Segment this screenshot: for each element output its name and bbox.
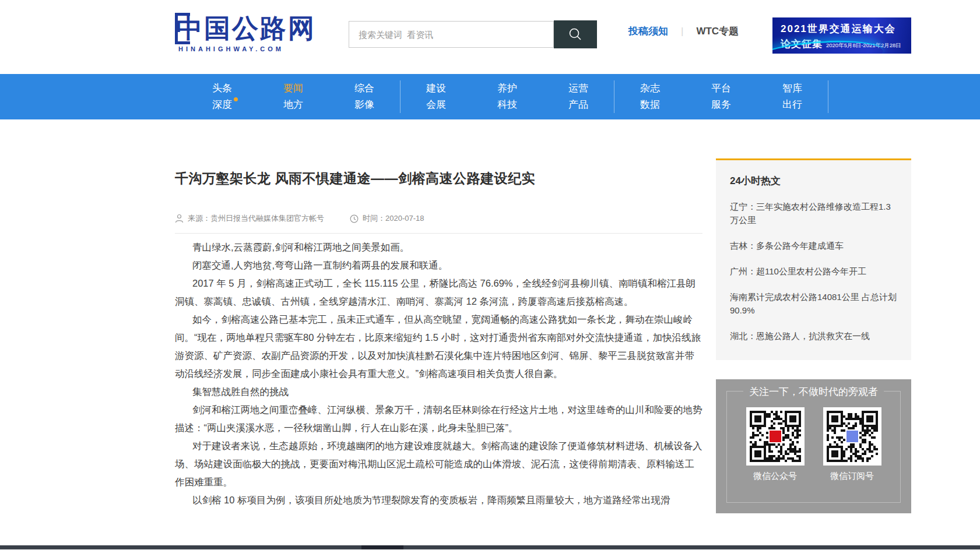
nav-item-images[interactable]: 影像 (329, 98, 400, 111)
wechat-follow-panel: 关注一下，不做时代的旁观者 微信公众号 (716, 379, 911, 513)
logo-text: 中国公路网 (176, 14, 316, 43)
qr-cell-subscription: 微信订阅号 (823, 407, 881, 482)
nav-col-platform: 平台 服务 (686, 80, 757, 113)
link-separator: | (681, 26, 683, 37)
article-paragraph: 青山绿水,云蒸霞蔚,剑河和榕江两地之间美景如画。 (175, 238, 702, 256)
article-paragraph: 集智慧战胜自然的挑战 (175, 383, 702, 401)
scrollbar-thumb[interactable] (361, 545, 403, 549)
wtc-topic-link[interactable]: WTC专题 (696, 24, 739, 38)
search-button[interactable] (554, 20, 597, 48)
search-bar (349, 21, 597, 48)
nav-item-thinktank[interactable]: 智库 (757, 82, 828, 95)
article-paragraph: 以剑榕 10 标项目为例，该项目所处地质为节理裂隙发育的变质板岩，降雨频繁且雨量… (175, 491, 702, 509)
ad-banner-subtitle-row: 论文征集 2020年5月8日-2021年2月28日 (781, 37, 911, 51)
qr-center-logo-red (768, 429, 782, 443)
article-time-text: 时间：2020-07-18 (363, 213, 424, 224)
nav-item-exhibition[interactable]: 会展 (401, 98, 472, 111)
nav-item-maintenance[interactable]: 养护 (472, 82, 543, 95)
nav-item-general[interactable]: 综合 (329, 82, 400, 95)
nav-item-indepth[interactable]: 深度 (187, 98, 258, 111)
nav-item-data[interactable]: 数据 (614, 98, 686, 111)
nav-col-thinktank: 智库 出行 (757, 80, 828, 113)
nav-item-platform[interactable]: 平台 (686, 82, 757, 95)
nav-item-operation[interactable]: 运营 (543, 82, 614, 95)
wechat-official-qr-code (746, 407, 805, 466)
hot-article-link[interactable]: 湖北：恩施公路人，抗洪救灾在一线 (730, 329, 897, 343)
nav-group-platform: 杂志 数据 平台 服务 智库 出行 (614, 80, 828, 113)
site-logo[interactable]: 中国公路网 HINAHIGHWAY.COM (175, 13, 316, 52)
nav-col-topnews: 要闻 地方 (258, 80, 329, 113)
article-time: 时间：2020-07-18 (350, 213, 424, 224)
article-divider (175, 233, 702, 234)
article-paragraph: 2017 年 5 月，剑榕高速正式动工，全长 115.115 公里，桥隧比高达 … (175, 274, 702, 311)
nav-col-magazine: 杂志 数据 (614, 80, 686, 113)
nav-item-service[interactable]: 服务 (686, 98, 757, 111)
hot-articles-title: 24小时热文 (730, 174, 897, 188)
wechat-subscription-qr-code (823, 407, 881, 466)
horizontal-scrollbar[interactable] (0, 545, 980, 549)
nav-col-general: 综合 影像 (329, 80, 400, 113)
search-input[interactable] (349, 21, 554, 48)
hot-articles-panel: 24小时热文 辽宁：三年实施农村公路维修改造工程1.3万公里 吉林：多条公路今年… (716, 158, 911, 360)
header-links: 投稿须知 | WTC专题 (628, 24, 739, 38)
article-title: 千沟万壑架长龙 风雨不惧建通途——剑榕高速公路建设纪实 (175, 119, 702, 188)
new-indicator-dot (234, 97, 238, 101)
search-icon (568, 27, 583, 42)
ad-banner-date: 2020年5月8日-2021年2月28日 (826, 42, 901, 50)
article-paragraph: 对于建设者来说，生态越原始，环境越幽闭的地方建设难度就越大。剑榕高速的建设除了便… (175, 437, 702, 491)
page: 中国公路网 HINAHIGHWAY.COM 投稿须知 | (0, 0, 980, 550)
wtc-ad-banner[interactable]: 2021世界交通运输大会 论文征集 2020年5月8日-2021年2月28日 (772, 17, 911, 54)
qr-center-logo-blue (845, 429, 859, 443)
article-paragraph: 剑河和榕江两地之间重峦叠嶂、江河纵横、景象万千，清朝名臣林则徐在行经这片土地，对… (175, 401, 702, 437)
logo-domain-text: HINAHIGHWAY.COM (178, 45, 316, 52)
main-navbar: 头条 深度 要闻 地方 综合 影像 建设 会展 养护 (0, 74, 980, 119)
ad-banner-title: 2021世界交通运输大会 (781, 22, 911, 36)
article-body: 青山绿水,云蒸霞蔚,剑河和榕江两地之间美景如画。 闭塞交通,人穷地贫,弯弯山路一… (175, 238, 702, 509)
qr-code-row: 微信公众号 微信订阅号 (716, 407, 911, 482)
header-inner: 中国公路网 HINAHIGHWAY.COM 投稿须知 | (175, 0, 911, 74)
site-header: 中国公路网 HINAHIGHWAY.COM 投稿须知 | (0, 0, 980, 74)
hot-article-link[interactable]: 辽宁：三年实施农村公路维修改造工程1.3万公里 (730, 200, 897, 227)
nav-item-products[interactable]: 产品 (543, 98, 614, 111)
sidebar: 24小时热文 辽宁：三年实施农村公路维修改造工程1.3万公里 吉林：多条公路今年… (716, 158, 911, 513)
nav-col-maintenance: 养护 科技 (472, 80, 543, 113)
hot-article-link[interactable]: 海南累计完成农村公路14081公里 占总计划90.9% (730, 290, 897, 317)
nav-menu: 头条 深度 要闻 地方 综合 影像 建设 会展 养护 (187, 80, 828, 113)
qr-label-official: 微信公众号 (746, 471, 805, 482)
clock-icon (350, 214, 359, 223)
nav-col-headlines: 头条 深度 (187, 80, 258, 113)
hot-article-link[interactable]: 广州：超110公里农村公路今年开工 (730, 265, 897, 278)
follow-panel-title: 关注一下，不做时代的旁观者 (716, 385, 911, 399)
nav-item-construction[interactable]: 建设 (401, 82, 472, 95)
user-icon (175, 214, 184, 223)
nav-group-industry: 建设 会展 养护 科技 运营 产品 (401, 80, 614, 113)
nav-item-local[interactable]: 地方 (258, 98, 329, 111)
qr-label-subscription: 微信订阅号 (823, 471, 881, 482)
article-paragraph: 闭塞交通,人穷地贫,弯弯山路一直制约着两县的发展和联通。 (175, 256, 702, 274)
article-meta: 来源：贵州日报当代融媒体集团官方帐号 时间：2020-07-18 (175, 213, 702, 224)
nav-item-topnews-active[interactable]: 要闻 (258, 82, 329, 95)
nav-col-operation: 运营 产品 (543, 80, 614, 113)
article: 千沟万壑架长龙 风雨不惧建通途——剑榕高速公路建设纪实 来源：贵州日报当代融媒体… (175, 119, 702, 509)
hot-article-link[interactable]: 吉林：多条公路今年建成通车 (730, 239, 897, 252)
qr-cell-official: 微信公众号 (746, 407, 805, 482)
nav-item-technology[interactable]: 科技 (472, 98, 543, 111)
logo-row: 中国公路网 (175, 13, 316, 44)
article-source: 来源：贵州日报当代融媒体集团官方帐号 (175, 213, 324, 224)
ad-banner-subtitle: 论文征集 (781, 37, 823, 51)
nav-group-news: 头条 深度 要闻 地方 综合 影像 (187, 80, 401, 113)
nav-item-travel[interactable]: 出行 (757, 98, 828, 111)
submission-guide-link[interactable]: 投稿须知 (628, 24, 668, 38)
article-source-text: 来源：贵州日报当代融媒体集团官方帐号 (188, 213, 324, 224)
nav-item-headlines[interactable]: 头条 (187, 82, 258, 95)
nav-col-construction: 建设 会展 (401, 80, 472, 113)
nav-item-magazine[interactable]: 杂志 (614, 82, 686, 95)
article-paragraph: 如今，剑榕高速公路已基本完工，虽未正式通车，但从高空眺望，宽阔通畅的高速公路犹如… (175, 311, 702, 383)
